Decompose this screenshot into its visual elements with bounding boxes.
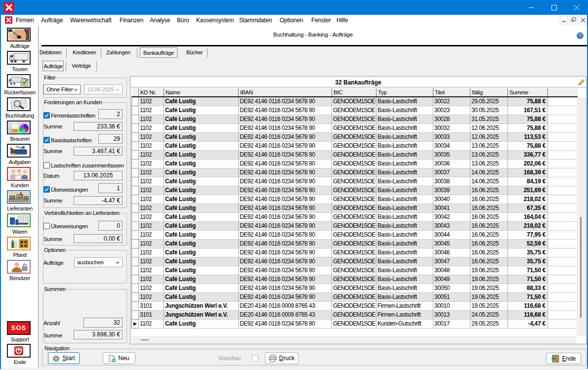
- svg-text:?: ?: [579, 34, 582, 39]
